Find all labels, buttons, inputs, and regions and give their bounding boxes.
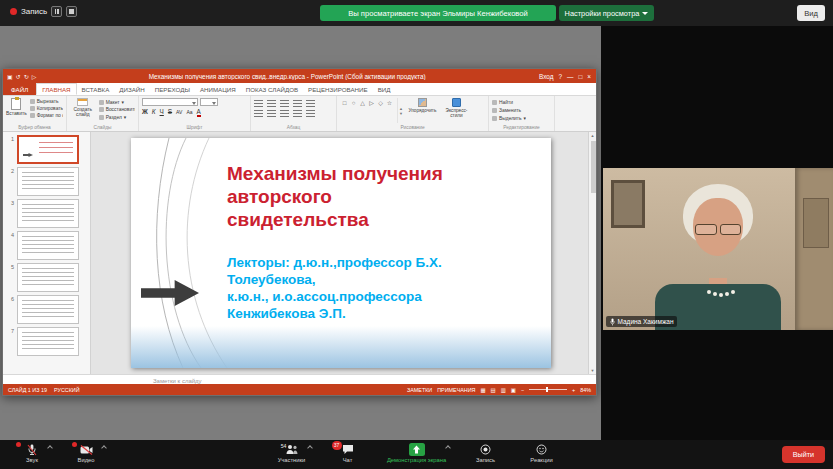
ppt-vertical-scrollbar[interactable]: ▲ ▼ <box>588 132 596 374</box>
format-painter-button[interactable]: Формат по образцу <box>30 113 63 118</box>
italic-button[interactable]: К <box>152 108 156 115</box>
slide-sorter-icon[interactable]: ▤ <box>491 387 496 393</box>
view-button[interactable]: Вид <box>797 5 825 21</box>
tab-file[interactable]: ФАЙЛ <box>3 83 36 95</box>
align-right-icon[interactable] <box>280 110 289 117</box>
copy-button[interactable]: Копировать <box>30 106 63 111</box>
slide-thumbnail[interactable] <box>17 231 79 260</box>
slide-thumbnail[interactable] <box>17 167 79 196</box>
slide-thumbnail[interactable] <box>17 327 79 356</box>
rectangle-shape-icon[interactable]: □ <box>340 99 349 108</box>
font-color-button[interactable]: А <box>197 109 201 117</box>
tab-home[interactable]: ГЛАВНАЯ <box>36 83 76 95</box>
slide-title-text[interactable]: Механизмы получения авторского свидетель… <box>227 162 542 232</box>
shapes-scroll[interactable]: ▲ ▼ <box>397 98 404 123</box>
arrow-shape-icon[interactable]: ▷ <box>367 99 376 108</box>
select-button[interactable]: Выделить▾ <box>492 115 526 121</box>
new-slide-button[interactable]: Создать слайд <box>70 98 96 123</box>
tab-transitions[interactable]: ПЕРЕХОДЫ <box>150 83 195 95</box>
paste-button[interactable]: Вставить <box>6 98 27 123</box>
zoom-out-icon[interactable]: − <box>521 387 524 393</box>
align-left-icon[interactable] <box>254 110 263 117</box>
chat-button[interactable]: 37 Чат <box>322 442 374 463</box>
quick-access-toolbar[interactable]: ▣ ↺ ↻ ▷ <box>3 73 40 80</box>
chevron-up-icon[interactable] <box>445 445 451 451</box>
zoom-slider[interactable] <box>529 389 567 390</box>
video-button[interactable]: Видео <box>60 442 112 463</box>
comments-toggle[interactable]: ПРИМЕЧАНИЯ <box>437 387 475 393</box>
restore-icon[interactable]: □ <box>578 73 582 80</box>
cut-button[interactable]: Вырезать <box>30 99 63 104</box>
char-spacing-button[interactable]: AV <box>176 109 182 115</box>
slideshow-icon[interactable]: ▷ <box>32 73 37 80</box>
undo-icon[interactable]: ↺ <box>16 73 21 80</box>
tab-design[interactable]: ДИЗАЙН <box>114 83 149 95</box>
reactions-button[interactable]: Реакции <box>516 442 568 463</box>
star-shape-icon[interactable]: ☆ <box>385 99 394 108</box>
zoom-percent[interactable]: 84% <box>580 387 591 393</box>
shapes-gallery[interactable]: □ ○ △ ▷ ◇ ☆ <box>340 98 394 123</box>
leave-meeting-button[interactable]: Выйти <box>782 446 825 463</box>
scroll-down-icon[interactable]: ▼ <box>399 111 403 116</box>
arrange-button[interactable]: Упорядочить <box>407 98 438 123</box>
bold-button[interactable]: Ж <box>142 108 148 115</box>
circle-shape-icon[interactable]: ○ <box>349 99 358 108</box>
pause-recording-button[interactable] <box>51 6 62 17</box>
quick-styles-button[interactable]: Экспресс-стили <box>441 98 472 123</box>
underline-button[interactable]: Ч <box>160 108 164 115</box>
current-slide[interactable]: Механизмы получения авторского свидетель… <box>131 138 551 368</box>
redo-icon[interactable]: ↻ <box>24 73 29 80</box>
chevron-up-icon[interactable] <box>307 445 313 451</box>
slide-thumbnail[interactable] <box>17 295 79 324</box>
columns-icon[interactable] <box>306 110 315 117</box>
font-size-select[interactable] <box>200 98 218 106</box>
mute-button[interactable]: Звук <box>6 442 58 463</box>
strikethrough-button[interactable]: S <box>168 108 172 115</box>
tab-review[interactable]: РЕЦЕНЗИРОВАНИЕ <box>303 83 373 95</box>
indent-decrease-icon[interactable] <box>280 100 289 107</box>
minimize-icon[interactable]: — <box>567 73 573 80</box>
view-settings-button[interactable]: Настройки просмотра <box>559 5 654 21</box>
sign-in-button[interactable]: Вход <box>539 73 553 80</box>
slide-subtitle-text[interactable]: Лекторы: д.ю.н.,профессор Б.Х. Толеубеко… <box>227 255 547 323</box>
slideshow-view-icon[interactable]: ▣ <box>511 387 516 393</box>
notes-toggle[interactable]: ЗАМЕТКИ <box>407 387 432 393</box>
layout-button[interactable]: Макет▾ <box>99 99 135 105</box>
share-screen-button[interactable]: Демонстрация экрана <box>378 442 456 463</box>
participant-video[interactable]: Мадина Хакимжан <box>603 168 833 330</box>
save-icon[interactable]: ▣ <box>7 73 13 80</box>
tab-animations[interactable]: АНИМАЦИЯ <box>195 83 241 95</box>
indent-increase-icon[interactable] <box>293 100 302 107</box>
participants-button[interactable]: 54 Участники <box>266 442 318 463</box>
scroll-down-icon[interactable]: ▼ <box>589 368 596 373</box>
scroll-up-icon[interactable]: ▲ <box>589 133 596 138</box>
change-case-button[interactable]: Аа <box>186 109 192 115</box>
chevron-up-icon[interactable] <box>101 445 107 451</box>
slide-thumbnail[interactable] <box>17 199 79 228</box>
normal-view-icon[interactable]: ▦ <box>481 387 486 393</box>
numbering-icon[interactable] <box>267 100 276 107</box>
language-indicator[interactable]: РУССКИЙ <box>54 387 80 393</box>
slide-thumbnail[interactable] <box>17 135 79 164</box>
line-spacing-icon[interactable] <box>306 100 315 107</box>
chevron-up-icon[interactable] <box>47 445 53 451</box>
diamond-shape-icon[interactable]: ◇ <box>376 99 385 108</box>
scrollbar-thumb[interactable] <box>591 141 596 193</box>
triangle-shape-icon[interactable]: △ <box>358 99 367 108</box>
font-name-select[interactable] <box>142 98 198 106</box>
find-button[interactable]: Найти <box>492 100 526 105</box>
reset-button[interactable]: Восстановить <box>99 107 135 112</box>
align-center-icon[interactable] <box>267 110 276 117</box>
reading-view-icon[interactable]: ▥ <box>501 387 506 393</box>
record-button[interactable]: Запись <box>460 442 512 463</box>
slide-thumbnail[interactable] <box>17 263 79 292</box>
close-icon[interactable]: × <box>587 73 591 80</box>
replace-button[interactable]: Заменить <box>492 108 526 113</box>
justify-icon[interactable] <box>293 110 302 117</box>
section-button[interactable]: Раздел▾ <box>99 114 135 120</box>
help-icon[interactable]: ? <box>558 73 562 80</box>
tab-view[interactable]: ВИД <box>373 83 396 95</box>
tab-insert[interactable]: ВСТАВКА <box>77 83 115 95</box>
bullets-icon[interactable] <box>254 100 263 107</box>
stop-recording-button[interactable] <box>66 6 77 17</box>
